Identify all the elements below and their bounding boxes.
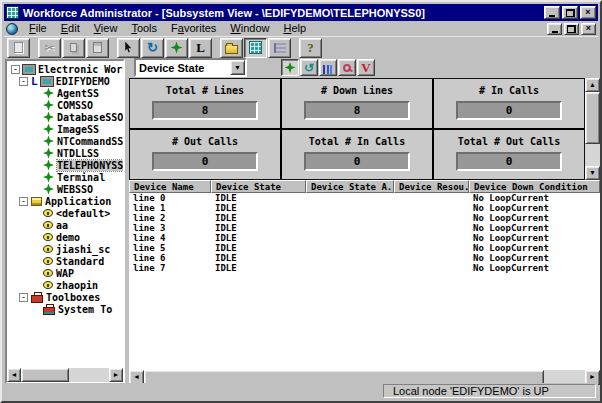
tree-item-subsystem[interactable]: WEBSSO bbox=[7, 183, 123, 195]
workflow-view-button[interactable] bbox=[281, 59, 299, 76]
menu-file[interactable]: File bbox=[22, 21, 54, 36]
app-window: Workforce Administrator - [Subsystem Vie… bbox=[0, 0, 602, 403]
tree-item-subsystem-selected[interactable]: TELEPHONYSS0 bbox=[7, 159, 123, 171]
tree-item-application[interactable]: Standard bbox=[7, 255, 123, 267]
tree-item-application[interactable]: WAP bbox=[7, 267, 123, 279]
table-row[interactable]: line 3IDLENo LoopCurrent bbox=[129, 223, 600, 233]
column-header-device-name[interactable]: Device Name bbox=[129, 180, 211, 193]
tree-item-node[interactable]: - L EDIFYDEMO bbox=[7, 75, 123, 87]
subsystem-icon bbox=[43, 136, 54, 147]
menu-edit[interactable]: Edit bbox=[54, 21, 87, 36]
cell-device-name: line 0 bbox=[129, 193, 211, 203]
tree-item-subsystem[interactable]: NTCommandSS bbox=[7, 135, 123, 147]
minimize-button[interactable] bbox=[544, 6, 560, 19]
column-header-device-down-condition[interactable]: Device Down Condition bbox=[469, 180, 600, 193]
mdi-restore-button[interactable] bbox=[564, 23, 579, 35]
view-toolbar: ↺ V bbox=[281, 59, 376, 76]
layout-button[interactable] bbox=[268, 38, 291, 58]
table-row[interactable]: line 6IDLENo LoopCurrent bbox=[129, 253, 600, 263]
expand-toggle[interactable]: - bbox=[19, 197, 28, 206]
folder-icon bbox=[225, 45, 238, 54]
bar-chart-button[interactable] bbox=[319, 59, 337, 76]
tree-item-subsystem[interactable]: COMSSO bbox=[7, 99, 123, 111]
restore-button[interactable] bbox=[562, 6, 578, 19]
cell-device-name: line 2 bbox=[129, 213, 211, 223]
refresh-button[interactable]: ↻ bbox=[141, 38, 164, 58]
stats-vertical-scrollbar[interactable]: ▲ ▼ bbox=[585, 78, 600, 180]
tree-item-application[interactable]: aa bbox=[7, 219, 123, 231]
tree-item-application[interactable]: jiashi_sc bbox=[7, 243, 123, 255]
table-row[interactable]: line 2IDLENo LoopCurrent bbox=[129, 213, 600, 223]
expand-toggle[interactable]: - bbox=[11, 65, 20, 74]
expand-toggle[interactable]: - bbox=[19, 293, 28, 302]
tree-item-toolbox[interactable]: System To bbox=[7, 303, 123, 315]
toolbox-icon bbox=[43, 307, 55, 315]
validate-button[interactable]: V bbox=[357, 59, 375, 76]
open-folder-button[interactable] bbox=[220, 38, 243, 58]
menu-favorites[interactable]: Favorites bbox=[164, 21, 223, 36]
menu-view[interactable]: View bbox=[87, 21, 125, 36]
tree-item-application[interactable]: <default> bbox=[7, 207, 123, 219]
dropdown-arrow-button[interactable]: ▼ bbox=[230, 60, 245, 75]
refresh-icon: ↻ bbox=[147, 41, 158, 54]
minimize-icon bbox=[552, 31, 558, 33]
tree-item-application[interactable]: zhaopin bbox=[7, 279, 123, 291]
tree-item-subsystem[interactable]: AgentSS bbox=[7, 87, 123, 99]
select-pointer-button[interactable] bbox=[117, 38, 140, 58]
table-row[interactable]: line 5IDLENo LoopCurrent bbox=[129, 243, 600, 253]
copy-button[interactable] bbox=[62, 38, 85, 58]
table-row[interactable]: line 0IDLENo LoopCurrent bbox=[129, 193, 600, 203]
scroll-thumb[interactable] bbox=[585, 92, 600, 144]
menu-window[interactable]: Window bbox=[223, 21, 276, 36]
workforce-icon bbox=[23, 65, 35, 74]
tree-item-subsystem[interactable]: ImageSS bbox=[7, 123, 123, 135]
cell-device-state: IDLE bbox=[211, 213, 306, 223]
table-row[interactable]: line 1IDLENo LoopCurrent bbox=[129, 203, 600, 213]
cell-device-state-a bbox=[306, 253, 394, 263]
inspect-button[interactable] bbox=[338, 59, 356, 76]
view-selector-dropdown[interactable]: Device State ▼ bbox=[134, 58, 247, 77]
tree-item-application[interactable]: demo bbox=[7, 231, 123, 243]
expand-toggle[interactable]: - bbox=[19, 77, 28, 86]
tree-item-subsystem[interactable]: Terminal bbox=[7, 171, 123, 183]
cell-device-down-condition: No LoopCurrent bbox=[469, 213, 600, 223]
scroll-left-button[interactable]: ◄ bbox=[7, 368, 21, 382]
tree-item-application-group[interactable]: - Application bbox=[7, 195, 123, 207]
subsystem-view-mdi-icon bbox=[6, 23, 18, 35]
tree-item-subsystem[interactable]: DatabaseSSO bbox=[7, 111, 123, 123]
subsystem-grid-button[interactable] bbox=[244, 38, 267, 58]
auto-refresh-button[interactable]: ↺ bbox=[300, 59, 318, 76]
tree-horizontal-scrollbar[interactable]: ◄ ► bbox=[7, 368, 123, 382]
scroll-down-button[interactable]: ▼ bbox=[585, 166, 600, 180]
cell-device-state-a bbox=[306, 203, 394, 213]
help-icon: ? bbox=[307, 41, 314, 54]
close-button[interactable]: × bbox=[580, 6, 596, 19]
workflow-button[interactable] bbox=[165, 38, 188, 58]
tree-item-toolboxes[interactable]: - Toolboxes bbox=[7, 291, 123, 303]
subsystem-icon bbox=[43, 100, 54, 111]
table-row[interactable]: line 7IDLENo LoopCurrent bbox=[129, 263, 600, 273]
column-header-device-resource[interactable]: Device Resou... bbox=[394, 180, 469, 193]
menu-tools[interactable]: Tools bbox=[124, 21, 164, 36]
cut-button[interactable]: ✂ bbox=[38, 38, 61, 58]
paste-button[interactable] bbox=[86, 38, 109, 58]
cell-device-state-a bbox=[306, 233, 394, 243]
column-header-device-state-a[interactable]: Device State A... bbox=[306, 180, 394, 193]
scroll-up-button[interactable]: ▲ bbox=[585, 78, 600, 92]
log-button[interactable]: L bbox=[189, 38, 212, 58]
column-header-device-state[interactable]: Device State bbox=[211, 180, 306, 193]
magnifier-icon bbox=[343, 64, 351, 72]
stat-value-box: 0 bbox=[152, 152, 258, 171]
menu-help[interactable]: Help bbox=[276, 21, 313, 36]
tree-item-subsystem[interactable]: NTDLLSS bbox=[7, 147, 123, 159]
mdi-minimize-button[interactable] bbox=[547, 23, 562, 35]
stat-value-box: 0 bbox=[304, 152, 410, 171]
new-document-button[interactable] bbox=[7, 38, 30, 58]
tree-item-root[interactable]: - Electronic Workfor bbox=[7, 63, 123, 75]
help-button[interactable]: ? bbox=[299, 38, 322, 58]
mdi-close-button[interactable]: × bbox=[581, 23, 596, 35]
scroll-thumb[interactable] bbox=[21, 368, 69, 382]
applications-icon bbox=[31, 197, 42, 206]
scroll-right-button[interactable]: ► bbox=[109, 368, 123, 382]
table-row[interactable]: line 4IDLENo LoopCurrent bbox=[129, 233, 600, 243]
